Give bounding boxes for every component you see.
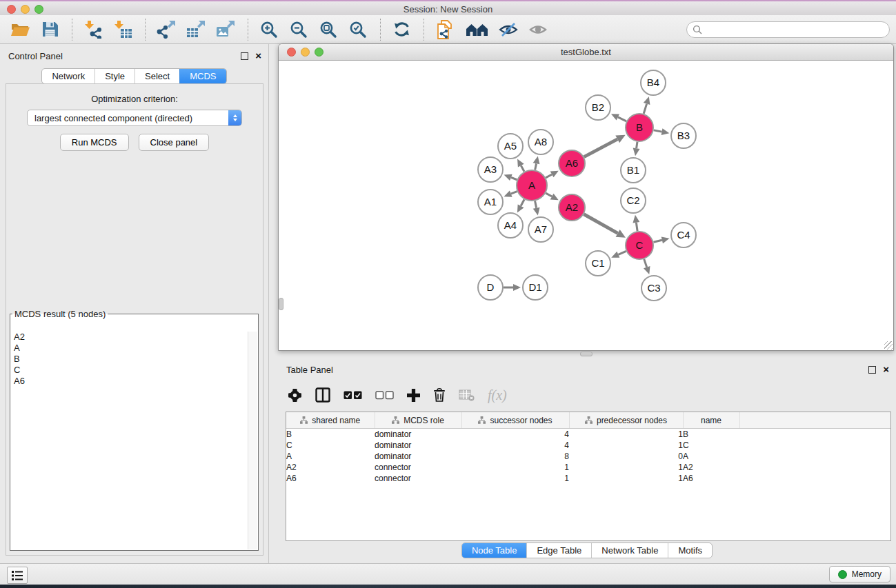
- task-history-button[interactable]: [7, 567, 28, 584]
- open-session-button[interactable]: [10, 18, 30, 41]
- search-field[interactable]: [686, 21, 890, 38]
- import-network-button[interactable]: [83, 18, 103, 41]
- graph-edge-A-A7[interactable]: [533, 201, 540, 216]
- graph-edge-A-A5[interactable]: [517, 159, 524, 171]
- delete-table-button[interactable]: [459, 389, 475, 401]
- graph-node-A8[interactable]: A8: [528, 130, 553, 154]
- window-resize-grip[interactable]: [884, 341, 893, 349]
- mcds-result-item[interactable]: A: [14, 343, 248, 354]
- tab-network[interactable]: Network: [42, 69, 94, 83]
- import-table-button[interactable]: [112, 18, 133, 41]
- tab-select[interactable]: Select: [135, 69, 179, 83]
- table-row[interactable]: Bdominator41B: [286, 429, 890, 440]
- close-panel-icon[interactable]: ×: [255, 52, 261, 60]
- graph-node-C2[interactable]: C2: [621, 188, 646, 213]
- mcds-result-item[interactable]: B: [14, 354, 248, 365]
- function-builder-button[interactable]: f(x): [488, 387, 507, 403]
- graph-node-B3[interactable]: B3: [671, 123, 696, 148]
- graph-node-B4[interactable]: B4: [641, 70, 666, 95]
- table-row[interactable]: A6connector11A6: [286, 473, 890, 484]
- graph-edge-A-A2[interactable]: [546, 193, 559, 200]
- zoom-in-button[interactable]: [259, 18, 279, 41]
- select-all-columns-button[interactable]: [344, 391, 362, 400]
- column-header-shared-name[interactable]: shared name: [286, 412, 375, 429]
- float-panel-icon[interactable]: [868, 366, 876, 374]
- graph-node-C[interactable]: C: [626, 232, 653, 259]
- graph-edge-A-A8[interactable]: [533, 156, 540, 170]
- graph-edge-C-C4[interactable]: [653, 236, 669, 243]
- graph-edge-C-C2[interactable]: [633, 215, 639, 231]
- network-window-titlebar[interactable]: testGlobe.txt: [279, 44, 893, 61]
- delete-column-button[interactable]: [433, 388, 446, 402]
- network-vertical-scroll-thumb[interactable]: [279, 298, 283, 310]
- column-header-name[interactable]: name: [683, 412, 739, 429]
- graph-edge-A-A6[interactable]: [546, 171, 559, 178]
- graph-node-B[interactable]: B: [626, 114, 653, 141]
- export-table-button[interactable]: [186, 18, 206, 41]
- graph-node-C3[interactable]: C3: [641, 276, 666, 301]
- mcds-result-item[interactable]: A6: [14, 376, 248, 387]
- graph-edge-A6-B[interactable]: [584, 135, 626, 157]
- graph-node-A7[interactable]: A7: [528, 217, 553, 242]
- network-canvas[interactable]: AA1A3A5A8A6A2A4A7BB2B4B3B1CC2C4C1C3DD1: [279, 61, 893, 350]
- criterion-dropdown[interactable]: largest connected component (directed): [27, 110, 242, 126]
- tab-mcds[interactable]: MCDS: [179, 69, 226, 83]
- float-panel-icon[interactable]: [241, 52, 248, 60]
- graph-edge-B-B4[interactable]: [644, 97, 650, 114]
- graph-node-C4[interactable]: C4: [671, 223, 696, 247]
- graph-edge-A2-C[interactable]: [584, 214, 626, 238]
- graph-node-A5[interactable]: A5: [498, 134, 523, 159]
- show-column-button[interactable]: [315, 387, 330, 403]
- graph-node-A1[interactable]: A1: [478, 190, 503, 214]
- graph-edge-A-A3[interactable]: [504, 174, 517, 181]
- table-tab-network-table[interactable]: Network Table: [591, 543, 668, 558]
- table-tab-edge-table[interactable]: Edge Table: [526, 543, 591, 558]
- graph-node-B2[interactable]: B2: [586, 95, 610, 120]
- table-row[interactable]: Adominator80A: [286, 451, 890, 462]
- zoom-selected-button[interactable]: [348, 18, 368, 41]
- refresh-button[interactable]: [391, 18, 412, 41]
- column-header-MCDS-role[interactable]: MCDS role: [375, 412, 461, 429]
- close-panel-icon[interactable]: ×: [883, 365, 889, 374]
- zoom-out-button[interactable]: [288, 18, 309, 41]
- graph-edge-B-B2[interactable]: [611, 114, 626, 121]
- graph-node-B1[interactable]: B1: [621, 158, 646, 183]
- memory-button[interactable]: Memory: [829, 566, 890, 582]
- home-button[interactable]: [464, 18, 489, 41]
- graph-node-A4[interactable]: A4: [498, 213, 523, 238]
- table-tab-node-table[interactable]: Node Table: [462, 543, 527, 558]
- graph-edge-C-C3[interactable]: [644, 259, 650, 274]
- graph-node-A6[interactable]: A6: [559, 150, 585, 176]
- column-header-successor-nodes[interactable]: successor nodes: [461, 412, 569, 429]
- create-network-from-file-button[interactable]: [435, 18, 455, 41]
- hide-panels-button[interactable]: [498, 18, 519, 41]
- tab-style[interactable]: Style: [94, 69, 135, 83]
- table-tab-motifs[interactable]: Motifs: [668, 543, 712, 558]
- mcds-list-scrollbar[interactable]: [248, 332, 257, 549]
- network-horizontal-scroll-thumb[interactable]: [580, 352, 593, 356]
- graph-node-A2[interactable]: A2: [559, 194, 585, 221]
- graph-edge-A-A1[interactable]: [504, 190, 517, 196]
- table-row[interactable]: A2connector11A2: [286, 462, 890, 473]
- graph-edge-D-D1[interactable]: [504, 284, 521, 291]
- mcds-result-item[interactable]: A2: [14, 332, 248, 343]
- graph-edge-A-A4[interactable]: [517, 199, 524, 212]
- search-input[interactable]: [706, 24, 889, 36]
- deselect-all-columns-button[interactable]: [375, 391, 394, 400]
- graph-node-A[interactable]: A: [517, 170, 547, 201]
- graph-edge-C-C1[interactable]: [611, 251, 626, 258]
- save-session-button[interactable]: [39, 18, 60, 41]
- create-column-button[interactable]: [407, 389, 420, 402]
- mcds-result-item[interactable]: C: [14, 365, 248, 376]
- graph-node-D[interactable]: D: [478, 275, 503, 300]
- table-row[interactable]: Cdominator41C: [286, 440, 890, 451]
- export-image-button[interactable]: [215, 18, 236, 41]
- export-network-button[interactable]: [156, 18, 177, 41]
- close-panel-button[interactable]: Close panel: [139, 134, 210, 151]
- graph-node-A3[interactable]: A3: [478, 157, 503, 182]
- graph-edge-B-B1[interactable]: [633, 142, 640, 156]
- zoom-fit-button[interactable]: [318, 18, 339, 41]
- graph-edge-B-B3[interactable]: [654, 128, 670, 135]
- column-header-predecessor-nodes[interactable]: predecessor nodes: [569, 412, 683, 429]
- show-eye-button[interactable]: [528, 18, 548, 41]
